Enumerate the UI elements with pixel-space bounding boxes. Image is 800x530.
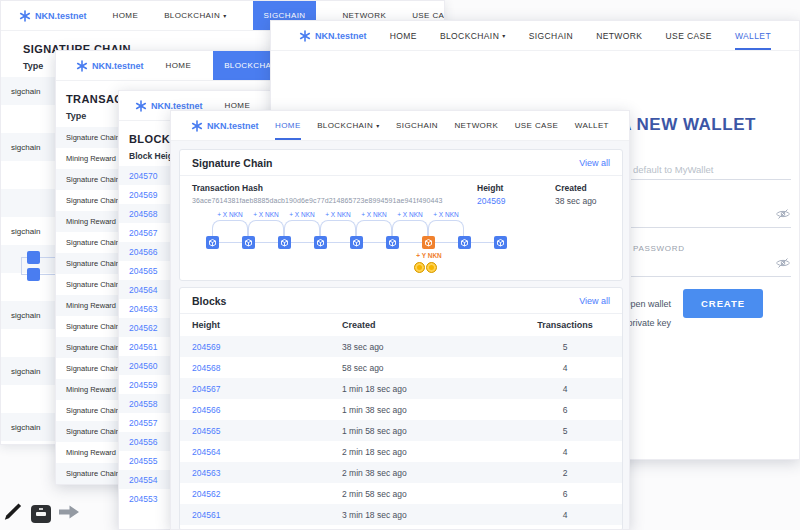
chevron-down-icon: ▾: [502, 32, 505, 39]
block-created: 2 min 18 sec ago: [342, 447, 520, 457]
signature-chain-card: Signature Chain View all Transaction Has…: [179, 149, 623, 281]
sigchain-visualization: + Y NKN + X NKN+ X NKN+ X NKN+ X NKN+ X …: [192, 208, 610, 276]
nav-usecase[interactable]: USE CASE: [515, 111, 559, 140]
block-tx-count: 4: [520, 447, 610, 457]
hop-reward-label: + X NKN: [320, 211, 356, 218]
nav-wallet[interactable]: WALLET: [575, 111, 609, 140]
block-row[interactable]: 2045613 min 18 sec ago4: [180, 504, 622, 525]
nav-network[interactable]: NETWORK: [596, 21, 642, 50]
sigchain-row-label: sigchain: [11, 143, 40, 152]
block-height-link[interactable]: 204567: [192, 384, 342, 394]
nav-bar: NKN.testnet HOME BLOCKCHAIN▾ SIGCHAIN NE…: [271, 21, 799, 51]
card-title: Signature Chain: [192, 157, 273, 169]
block-tx-count: 2: [520, 468, 610, 478]
eye-icon[interactable]: [775, 255, 791, 273]
sigchain-row-label: sigchain: [11, 87, 40, 96]
block-height-link[interactable]: 204568: [192, 363, 342, 373]
hop-reward-label: + X NKN: [428, 211, 464, 218]
brand[interactable]: NKN.testnet: [191, 120, 259, 132]
block-row[interactable]: 2045622 min 58 sec ago6: [180, 483, 622, 504]
block-created: 2 min 58 sec ago: [342, 489, 520, 499]
nav-blockchain[interactable]: BLOCKCHAIN▾: [317, 111, 379, 140]
window-home-page: NKN.testnet HOME BLOCKCHAIN▾ SIGCHAIN NE…: [170, 110, 630, 530]
nav-network[interactable]: NETWORK: [454, 111, 498, 140]
brand-name: NKN.testnet: [35, 11, 87, 21]
repeat-password-input[interactable]: [631, 259, 771, 276]
brand[interactable]: NKN.testnet: [19, 10, 87, 22]
block-tx-count: 6: [520, 405, 610, 415]
created-value: 38 sec ago: [555, 196, 610, 206]
tx-hash-value[interactable]: 36ace7614381faeb8885dacb190d6e9c77d21486…: [192, 197, 477, 204]
view-all-link[interactable]: View all: [579, 158, 610, 168]
password-label: PASSWORD: [633, 244, 685, 253]
block-height-link[interactable]: 204561: [192, 510, 342, 520]
block-tx-count: 5: [520, 426, 610, 436]
block-row[interactable]: 2045661 min 38 sec ago6: [180, 399, 622, 420]
coin-icon: [426, 262, 437, 273]
brand-name: NKN.testnet: [315, 31, 367, 41]
block-height-link[interactable]: 204563: [192, 468, 342, 478]
chevron-down-icon: ▾: [223, 12, 226, 19]
block-created: 58 sec ago: [342, 363, 520, 373]
block-row[interactable]: 2045632 min 38 sec ago2: [180, 462, 622, 483]
nav-blockchain[interactable]: BLOCKCHAIN▾: [164, 1, 226, 30]
nav-sigchain[interactable]: SIGCHAIN: [396, 111, 438, 140]
password-field: [631, 207, 791, 228]
sigchain-row-label: sigchain: [11, 367, 40, 376]
nav-sigchain[interactable]: SIGCHAIN: [529, 21, 573, 50]
sigchain-row-label: sigchain: [11, 311, 40, 320]
pencil-icon[interactable]: [2, 500, 24, 528]
block-height-link[interactable]: 204569: [192, 342, 342, 352]
block-row[interactable]: 20456858 sec ago4: [180, 357, 622, 378]
wallet-name-input[interactable]: [631, 162, 771, 179]
create-wallet-button[interactable]: CREATE: [683, 289, 763, 318]
sigchain-row-label: sigchain: [11, 227, 40, 236]
view-all-link[interactable]: View all: [579, 296, 610, 306]
nav-blockchain-label: BLOCKCHAIN: [317, 121, 373, 130]
nav-home[interactable]: HOME: [390, 21, 417, 50]
relay-node-icon: [278, 236, 291, 249]
block-height-link[interactable]: 204564: [192, 447, 342, 457]
arrow-right-icon[interactable]: [58, 504, 80, 524]
hop-arc: [320, 220, 356, 236]
chevron-down-icon: ▾: [376, 122, 379, 129]
block-created: 1 min 58 sec ago: [342, 426, 520, 436]
password-input[interactable]: [631, 210, 771, 227]
col-created: Created: [342, 320, 520, 330]
block-created: 1 min 38 sec ago: [342, 405, 520, 415]
height-value[interactable]: 204569: [477, 196, 555, 206]
block-row[interactable]: 2045603 min 38 sec ago6: [180, 525, 622, 530]
brand-name: NKN.testnet: [207, 121, 259, 131]
block-tx-count: 6: [520, 489, 610, 499]
nav-usecase[interactable]: USE CASE: [666, 21, 712, 50]
block-tx-count: 5: [520, 342, 610, 352]
block-row[interactable]: 2045651 min 58 sec ago5: [180, 420, 622, 441]
nav-blockchain-label: BLOCKCHAIN: [440, 31, 499, 41]
sigchain-node-icon: [27, 268, 40, 281]
nav-blockchain[interactable]: BLOCKCHAIN▾: [440, 21, 506, 50]
nkn-logo-icon: [299, 30, 311, 42]
nav-home[interactable]: HOME: [275, 111, 301, 140]
block-height-link[interactable]: 204565: [192, 426, 342, 436]
brand[interactable]: NKN.testnet: [76, 60, 144, 72]
relay-node-icon: [494, 236, 507, 249]
block-height-link[interactable]: 204566: [192, 405, 342, 415]
coin-icon: [414, 262, 425, 273]
block-row[interactable]: 2045642 min 18 sec ago4: [180, 441, 622, 462]
blocks-card: Blocks View all Height Created Transacti…: [179, 287, 623, 530]
nav-wallet[interactable]: WALLET: [735, 21, 771, 50]
nav-blockchain[interactable]: BLOCKCHAIN▾: [213, 51, 274, 80]
brand[interactable]: NKN.testnet: [299, 30, 367, 42]
block-row[interactable]: 20456938 sec ago5: [180, 336, 622, 357]
nav-home[interactable]: HOME: [166, 51, 192, 80]
block-tx-count: 4: [520, 363, 610, 373]
hop-reward-label: + X NKN: [212, 211, 248, 218]
relay-node-icon: [458, 236, 471, 249]
relay-node-icon: [350, 236, 363, 249]
miner-reward-label: + Y NKN: [404, 252, 454, 259]
eye-icon[interactable]: [775, 206, 791, 224]
screenshot-tool-icon[interactable]: [31, 505, 51, 523]
nav-home[interactable]: HOME: [113, 1, 139, 30]
block-row[interactable]: 2045671 min 18 sec ago4: [180, 378, 622, 399]
block-height-link[interactable]: 204562: [192, 489, 342, 499]
